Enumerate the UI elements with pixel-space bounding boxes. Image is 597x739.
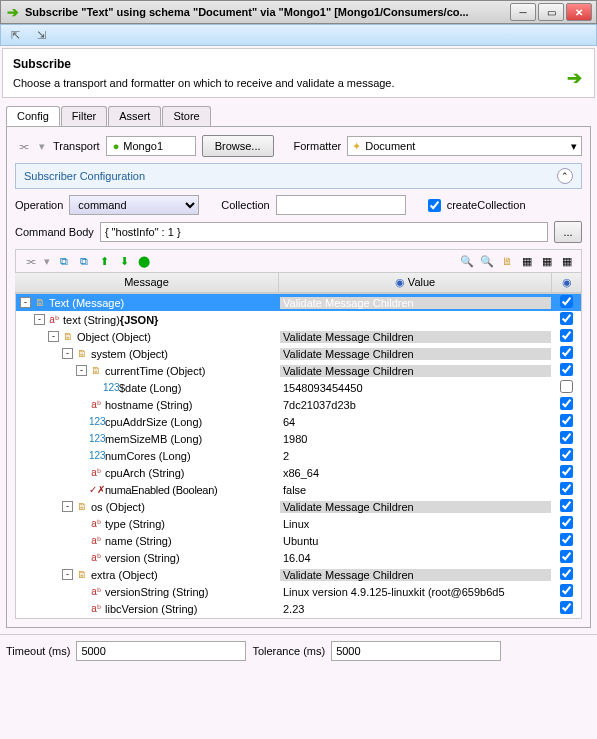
tree-row[interactable]: aᵇcpuArch (String)x86_64 <box>16 464 581 481</box>
find2-icon[interactable]: 🔍 <box>479 253 495 269</box>
find-icon[interactable]: 🔍 <box>459 253 475 269</box>
tree-row-checkbox[interactable] <box>560 431 573 444</box>
tab-config[interactable]: Config <box>6 106 60 126</box>
tree-row[interactable]: -🗎Object (Object)Validate Message Childr… <box>16 328 581 345</box>
tree-row-checkbox[interactable] <box>560 397 573 410</box>
collapse-button[interactable]: ⌃ <box>557 168 573 184</box>
tree-row[interactable]: -🗎currentTime (Object)Validate Message C… <box>16 362 581 379</box>
num-icon: 123 <box>89 450 103 461</box>
tree-row[interactable]: aᵇkernelVersion (String)4.9.125-linuxkit <box>16 617 581 619</box>
operation-select[interactable]: command <box>69 195 199 215</box>
tree-row-checkbox[interactable] <box>560 584 573 597</box>
tree-row[interactable]: -🗎extra (Object)Validate Message Childre… <box>16 566 581 583</box>
tree-row[interactable]: aᵇname (String)Ubuntu <box>16 532 581 549</box>
expand-toggle[interactable]: - <box>34 314 45 325</box>
tree-row[interactable]: 123$date (Long)1548093454450 <box>16 379 581 396</box>
import-icon[interactable]: ⇲ <box>33 27 49 43</box>
tree-row-checkbox[interactable] <box>560 380 573 393</box>
link2-icon[interactable]: ⫘ <box>22 253 38 269</box>
expand-toggle[interactable]: - <box>20 297 31 308</box>
obj-icon: 🗎 <box>75 569 89 580</box>
close-button[interactable]: ✕ <box>566 3 592 21</box>
tree-row-checkbox[interactable] <box>560 312 573 325</box>
tree-row-value: 1548093454450 <box>280 382 551 394</box>
expand-toggle[interactable]: - <box>48 331 59 342</box>
tree-row-label: numaEnabled (Boolean) <box>105 484 217 496</box>
transport-label: Transport <box>53 140 100 152</box>
doc-icon[interactable]: 🗎 <box>499 253 515 269</box>
minimize-button[interactable]: ─ <box>510 3 536 21</box>
tree-row-checkbox[interactable] <box>560 601 573 614</box>
create-collection-checkbox[interactable] <box>428 199 441 212</box>
browse-button[interactable]: Browse... <box>202 135 274 157</box>
timeout-input[interactable] <box>76 641 246 661</box>
tree-row-value: false <box>280 484 551 496</box>
grid2-icon[interactable]: ▦ <box>539 253 555 269</box>
paste-icon[interactable]: ⧉ <box>76 253 92 269</box>
tree-row[interactable]: ✓✗numaEnabled (Boolean)false <box>16 481 581 498</box>
expand-toggle <box>76 416 87 427</box>
value-column-header: ◉ Value <box>279 273 552 292</box>
expand-toggle[interactable]: - <box>62 501 73 512</box>
run-icon[interactable]: ⬤ <box>136 253 152 269</box>
command-body-input[interactable] <box>100 222 548 242</box>
str-icon: aᵇ <box>89 552 103 563</box>
tab-store[interactable]: Store <box>162 106 210 126</box>
obj-icon: 🗎 <box>75 348 89 359</box>
tree-row-checkbox[interactable] <box>560 363 573 376</box>
grid3-icon[interactable]: ▦ <box>559 253 575 269</box>
tree-row-checkbox[interactable] <box>560 618 573 619</box>
tree-row[interactable]: aᵇhostname (String)7dc21037d23b <box>16 396 581 413</box>
tolerance-input[interactable] <box>331 641 501 661</box>
expand-toggle <box>76 603 87 614</box>
tree-row-checkbox[interactable] <box>560 482 573 495</box>
tree-row-label: $date (Long) <box>119 382 181 394</box>
tree-row-checkbox[interactable] <box>560 533 573 546</box>
expand-toggle[interactable]: - <box>62 569 73 580</box>
tree-row-checkbox[interactable] <box>560 295 573 308</box>
tree-row-checkbox[interactable] <box>560 516 573 529</box>
tree-row[interactable]: 123memSizeMB (Long)1980 <box>16 430 581 447</box>
page-description: Choose a transport and formatter on whic… <box>13 77 584 89</box>
tree-row[interactable]: -🗎system (Object)Validate Message Childr… <box>16 345 581 362</box>
tree-row[interactable]: 123cpuAddrSize (Long)64 <box>16 413 581 430</box>
tree-header: Message ◉ Value ◉ <box>15 273 582 293</box>
tree-row-value: Linux <box>280 518 551 530</box>
tree-row-checkbox[interactable] <box>560 414 573 427</box>
tree-row-checkbox[interactable] <box>560 567 573 580</box>
tree-row[interactable]: aᵇversion (String)16.04 <box>16 549 581 566</box>
tree-row[interactable]: aᵇlibcVersion (String)2.23 <box>16 600 581 617</box>
grid1-icon[interactable]: ▦ <box>519 253 535 269</box>
tree-row[interactable]: 123numCores (Long)2 <box>16 447 581 464</box>
tree-row[interactable]: aᵇversionString (String)Linux version 4.… <box>16 583 581 600</box>
tree-row-label: name (String) <box>105 535 172 547</box>
subscribe-icon: ➔ <box>567 67 582 89</box>
tree-row-label: version (String) <box>105 552 180 564</box>
down-arrow-icon[interactable]: ⬇ <box>116 253 132 269</box>
tree-row[interactable]: -🗎Text (Message)Validate Message Childre… <box>16 294 581 311</box>
expand-toggle[interactable]: - <box>76 365 87 376</box>
expand-toggle[interactable]: - <box>62 348 73 359</box>
chevron-down-icon[interactable]: ▾ <box>571 140 577 153</box>
tree-row-checkbox[interactable] <box>560 465 573 478</box>
up-arrow-icon[interactable]: ⬆ <box>96 253 112 269</box>
command-body-more-button[interactable]: ... <box>554 221 582 243</box>
tree-row-checkbox[interactable] <box>560 346 573 359</box>
tree-row-checkbox[interactable] <box>560 448 573 461</box>
maximize-button[interactable]: ▭ <box>538 3 564 21</box>
tree-row[interactable]: aᵇtype (String)Linux <box>16 515 581 532</box>
tree-row[interactable]: -🗎os (Object)Validate Message Children <box>16 498 581 515</box>
tree-row[interactable]: -aᵇtext (String) {JSON} <box>16 311 581 328</box>
tree-row-checkbox[interactable] <box>560 550 573 563</box>
tree-body[interactable]: -🗎Text (Message)Validate Message Childre… <box>15 293 582 619</box>
tab-assert[interactable]: Assert <box>108 106 161 126</box>
link-icon[interactable]: ⫘ <box>15 138 31 154</box>
tab-filter[interactable]: Filter <box>61 106 107 126</box>
tree-row-checkbox[interactable] <box>560 329 573 342</box>
export-icon[interactable]: ⇱ <box>7 27 23 43</box>
tree-row-value: 64 <box>280 416 551 428</box>
collection-input[interactable] <box>276 195 406 215</box>
tree-row-checkbox[interactable] <box>560 499 573 512</box>
copy-icon[interactable]: ⧉ <box>56 253 72 269</box>
str-icon: aᵇ <box>89 518 103 529</box>
